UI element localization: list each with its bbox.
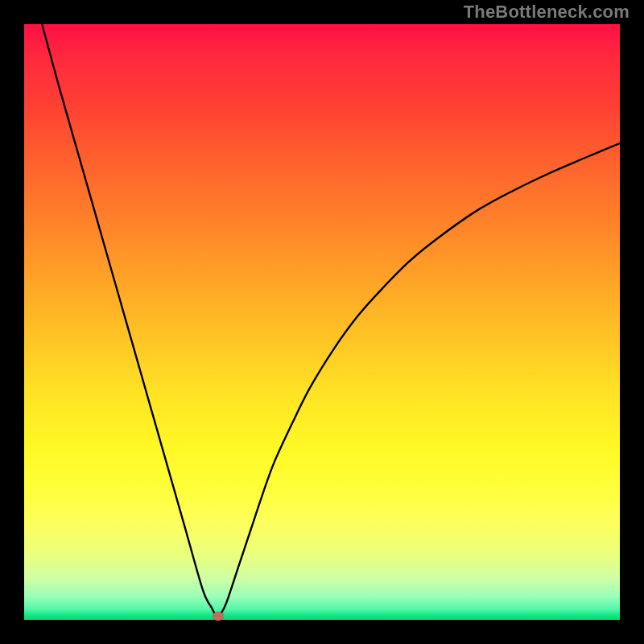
curve-svg xyxy=(24,24,620,620)
optimal-point-marker xyxy=(213,612,224,621)
watermark-text: TheBottleneck.com xyxy=(464,2,630,23)
plot-area xyxy=(24,24,620,620)
chart-frame: TheBottleneck.com xyxy=(0,0,644,644)
bottleneck-curve xyxy=(42,24,620,617)
